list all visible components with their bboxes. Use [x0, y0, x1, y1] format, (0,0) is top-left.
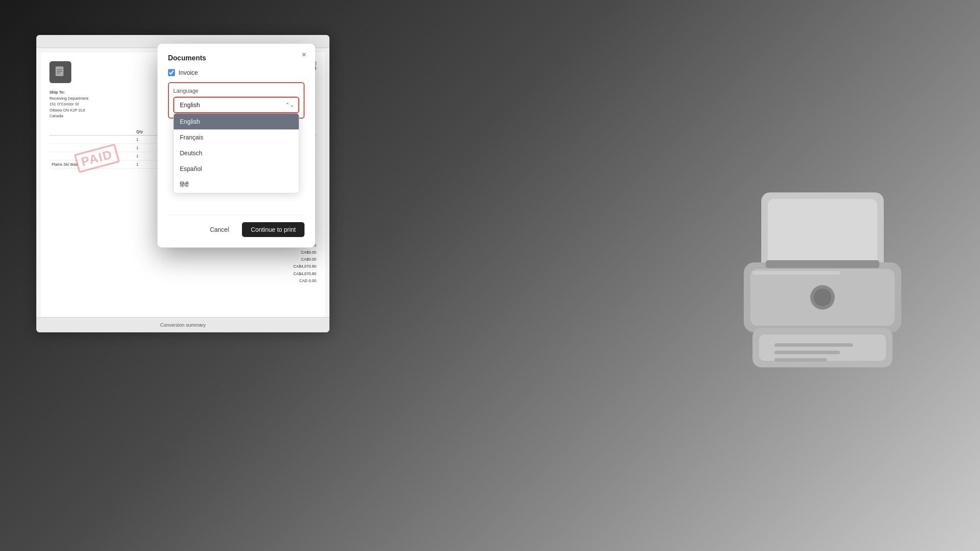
invoice-totals: CA$4,070.80 CA$0.00 CA$0.00 CA$4,070.80 …: [293, 242, 316, 284]
svg-rect-14: [774, 351, 840, 354]
conversion-summary-bar: Conversion summary: [36, 317, 329, 332]
language-label: Language: [173, 87, 299, 94]
print-dialog-modal: × Documents Invoice Language English Fra…: [158, 44, 315, 248]
svg-point-10: [814, 289, 831, 306]
modal-footer: Cancel Continue to print: [168, 215, 304, 237]
language-select[interactable]: English Français Deutsch Español हिंदी: [174, 98, 298, 112]
close-button[interactable]: ×: [299, 50, 309, 59]
svg-rect-15: [774, 358, 827, 362]
svg-rect-16: [752, 271, 840, 275]
modal-title: Documents: [168, 54, 304, 62]
cancel-button[interactable]: Cancel: [201, 222, 238, 237]
printer-illustration: [718, 166, 936, 385]
svg-rect-1: [57, 69, 62, 70]
dropdown-item-english[interactable]: English: [174, 114, 299, 129]
language-dropdown-list: English Français Deutsch Español हिंदी: [173, 113, 299, 193]
language-select-container: English Français Deutsch Español हिंदी ⌃…: [173, 97, 299, 113]
invoice-checkbox[interactable]: [168, 69, 175, 76]
dropdown-item-espanol[interactable]: Español: [174, 161, 299, 177]
invoice-checkbox-label[interactable]: Invoice: [178, 69, 198, 76]
dropdown-item-hindi[interactable]: हिंदी: [174, 177, 299, 193]
invoice-icon: [49, 61, 71, 83]
language-section: Language English Français Deutsch Españo…: [168, 82, 304, 119]
col-header-name: [49, 128, 134, 136]
svg-rect-12: [759, 335, 886, 361]
svg-rect-3: [57, 73, 60, 73]
svg-rect-13: [774, 343, 853, 347]
svg-rect-8: [766, 260, 879, 268]
dropdown-item-deutsch[interactable]: Deutsch: [174, 145, 299, 161]
continue-to-print-button[interactable]: Continue to print: [242, 222, 304, 237]
dropdown-item-francais[interactable]: Français: [174, 129, 299, 145]
svg-rect-2: [57, 71, 62, 72]
invoice-checkbox-row[interactable]: Invoice: [168, 69, 304, 76]
